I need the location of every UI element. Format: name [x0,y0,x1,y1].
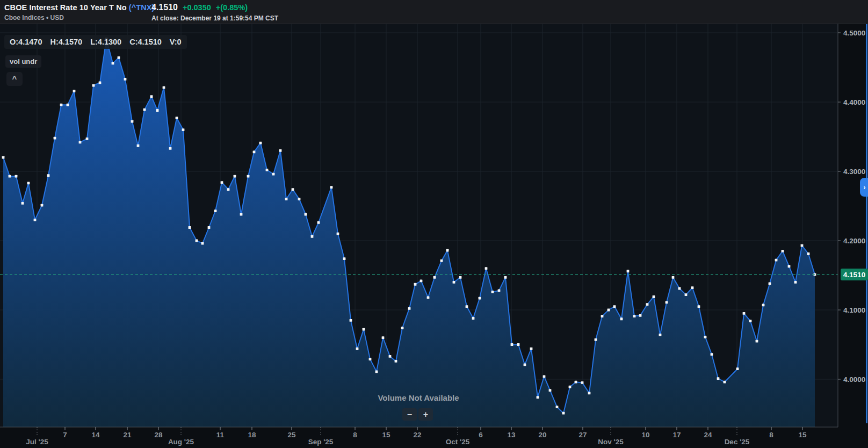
right-edge-scroll-strip [866,24,867,423]
data-point-marker [317,221,320,224]
data-point-marker [453,281,455,284]
data-point-marker [156,109,159,112]
price-chart-canvas[interactable]: 4.50004.40004.30004.20004.10004.0000Jul … [0,0,868,448]
ohlc-open: O:4.1470 [10,38,42,46]
exchange-currency-label: Cboe Indices • USD [4,14,145,21]
data-point-marker [259,142,262,144]
data-point-marker [724,381,726,384]
data-point-marker [743,312,746,315]
volume-not-available-message: Volume Not Available [378,393,459,402]
x-axis-week-label: 11 [216,431,225,439]
x-axis-month-label: Sep '25 [308,438,334,446]
data-point-marker [189,226,191,229]
collapse-legend-button[interactable]: ^ [6,72,23,86]
price-change-percent: +(0.85%) [216,3,248,12]
data-point-marker [9,175,11,178]
data-point-marker [627,270,630,272]
data-point-marker [305,213,307,216]
x-axis-week-label: 10 [641,431,649,439]
data-point-marker [717,377,720,380]
y-axis-label: 4.0000 [843,375,865,384]
x-axis-month-label: Jul '25 [26,438,48,446]
data-point-marker [118,56,120,59]
ohlc-legend: O:4.1470 H:4.1570 L:4.1300 C:4.1510 V:0 [4,35,187,49]
data-point-marker [562,412,565,415]
zoom-controls: − + [402,408,433,421]
zoom-out-button[interactable]: − [402,408,417,421]
x-axis-week-label: 20 [538,431,546,439]
data-point-marker [47,174,50,177]
x-axis-month-label: Nov '25 [598,438,624,446]
data-point-marker [543,375,546,378]
data-point-marker [537,396,539,399]
data-point-marker [221,181,223,184]
data-point-marker [382,336,385,339]
data-point-marker [711,353,713,356]
data-point-marker [131,120,134,123]
data-point-marker [408,307,411,310]
data-point-marker [292,188,294,191]
data-point-marker [272,173,275,176]
data-point-marker [356,348,359,350]
data-point-marker [369,358,372,360]
quote-header: CBOE Interest Rate 10 Year T No (^TNX) C… [0,0,868,24]
page-title: CBOE Interest Rate 10 Year T No (^TNX) [4,3,145,12]
data-point-marker [311,235,314,238]
data-point-marker [67,104,69,106]
ohlc-high: H:4.1570 [50,38,82,46]
data-point-marker [613,305,616,308]
data-point-marker [485,267,488,270]
x-axis-week-label: 8 [353,431,357,439]
data-point-marker [581,381,584,384]
data-point-marker [285,198,288,200]
data-point-marker [601,315,604,317]
data-point-marker [234,175,236,178]
data-point-marker [414,283,417,286]
data-point-marker [569,386,572,388]
data-point-marker [775,259,778,262]
data-point-marker [41,204,44,207]
data-point-marker [253,150,256,153]
data-point-marker [788,265,791,268]
expand-panel-button[interactable]: › [860,178,868,197]
x-axis-month-label: Aug '25 [168,438,194,446]
data-point-marker [395,360,397,363]
data-point-marker [169,147,172,150]
data-point-marker [659,334,662,336]
y-axis-label: 4.1000 [843,306,865,314]
data-point-marker [782,250,784,252]
x-axis-week-label: 17 [672,431,681,439]
data-point-marker [343,257,346,260]
data-point-marker [736,367,739,370]
data-point-marker [653,295,655,298]
vol-under-badge[interactable]: vol undr [5,55,41,68]
y-axis-label: 4.4000 [843,98,865,106]
ohlc-close: C:4.1510 [129,38,162,46]
data-point-marker [433,276,436,279]
data-point-marker [498,289,501,292]
data-point-marker [646,303,649,306]
plus-icon: + [423,410,428,419]
data-point-marker [34,219,37,221]
x-axis-week-label: 22 [413,431,421,439]
data-point-marker [112,62,114,64]
data-point-marker [54,137,56,140]
zoom-in-button[interactable]: + [418,408,433,421]
data-point-marker [124,78,127,81]
data-point-marker [588,392,591,394]
last-price: 4.1510 [151,3,178,12]
ohlc-low: L:4.1300 [90,38,121,46]
current-price-badge: 4.1510 [841,269,868,280]
data-point-marker [801,244,804,247]
data-point-marker [79,141,82,143]
data-point-marker [530,348,533,350]
title-block: CBOE Interest Rate 10 Year T No (^TNX) C… [4,3,145,21]
data-point-marker [633,315,636,317]
ohlc-volume: V:0 [170,38,182,46]
x-axis-week-label: 27 [578,431,587,439]
data-point-marker [298,198,301,200]
data-point-marker [762,304,765,307]
data-point-marker [756,340,758,343]
data-point-marker [337,233,339,235]
data-point-marker [176,117,178,119]
